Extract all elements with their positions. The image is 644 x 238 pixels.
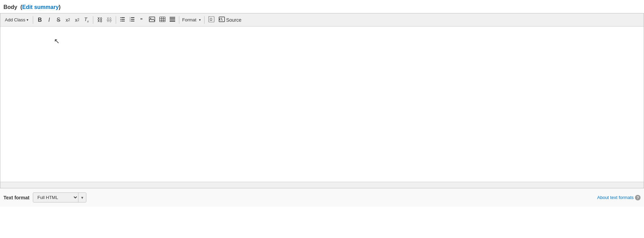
text-format-select-wrapper: Full HTML Filtered HTML Plain text ▾	[33, 192, 86, 202]
add-class-arrow-icon: ▾	[27, 18, 28, 22]
blockquote-icon: "	[140, 17, 143, 23]
editor-textarea[interactable]	[0, 27, 644, 182]
format-buttons-group: B I S x2 x2 Tx	[35, 16, 91, 24]
format-dropdown-arrow-icon[interactable]: ▾	[198, 17, 202, 22]
special-char-icon: Ω	[208, 16, 215, 23]
unlink-icon: ⛓	[106, 17, 112, 23]
subscript-button[interactable]: x2	[73, 16, 82, 24]
format-dropdown-label: Format	[181, 17, 197, 22]
body-text: Body	[3, 4, 17, 10]
svg-rect-2	[120, 19, 121, 20]
unlink-button[interactable]: ⛓	[105, 16, 114, 24]
editor-page: Body (Edit summary) Add Class ▾ B I S	[0, 0, 644, 207]
svg-rect-22	[170, 21, 175, 22]
blockquote-button[interactable]: "	[137, 16, 146, 24]
table-icon	[159, 17, 165, 23]
italic-button[interactable]: I	[45, 16, 54, 24]
editor-footer-bar	[0, 182, 644, 188]
text-format-arrow-icon[interactable]: ▾	[78, 193, 86, 202]
text-format-left: Text format Full HTML Filtered HTML Plai…	[3, 192, 86, 202]
divider-1	[33, 16, 33, 24]
svg-rect-14	[160, 17, 165, 22]
svg-rect-3	[121, 19, 125, 20]
numbered-list-button[interactable]: 1 2 3	[127, 16, 136, 24]
divider-5	[204, 16, 205, 24]
svg-rect-1	[121, 17, 125, 18]
add-class-label: Add Class	[5, 17, 25, 22]
link-button[interactable]: ⛓	[95, 16, 104, 24]
svg-rect-0	[120, 17, 121, 18]
svg-rect-20	[170, 18, 175, 19]
bullet-list-icon	[120, 17, 125, 23]
svg-rect-4	[120, 21, 121, 21]
edit-summary-link[interactable]: Edit summary	[22, 4, 59, 10]
image-button[interactable]	[147, 16, 157, 24]
editor-body-area[interactable]: ↖	[0, 27, 644, 182]
special-char-button[interactable]: Ω	[207, 16, 216, 24]
source-button[interactable]: Source	[217, 16, 243, 24]
svg-rect-7	[131, 17, 134, 18]
divider-4	[179, 16, 179, 24]
text-format-label: Text format	[3, 195, 29, 200]
subscript-x: x	[75, 17, 77, 23]
about-text-formats-link[interactable]: About text formats ?	[597, 195, 641, 200]
link-buttons-group: ⛓ ⛓	[95, 16, 114, 24]
bold-button[interactable]: B	[35, 16, 44, 24]
divider-2	[93, 16, 93, 24]
add-class-button[interactable]: Add Class ▾	[2, 16, 31, 24]
about-text-formats-label: About text formats	[597, 195, 634, 200]
justify-button[interactable]	[168, 16, 177, 24]
svg-rect-11	[131, 21, 134, 21]
text-format-row: Text format Full HTML Filtered HTML Plai…	[0, 188, 644, 207]
superscript-2: 2	[68, 18, 70, 22]
divider-3	[116, 16, 116, 24]
format-dropdown-group: Format ▾	[181, 17, 202, 22]
svg-text:Ω: Ω	[210, 18, 212, 21]
source-icon	[219, 17, 225, 23]
svg-text:3: 3	[130, 20, 131, 22]
table-button[interactable]	[158, 16, 167, 24]
toolbar: Add Class ▾ B I S x2 x2	[0, 13, 644, 27]
editor-container: Add Class ▾ B I S x2 x2	[0, 13, 644, 188]
svg-rect-12	[149, 17, 155, 22]
justify-icon	[170, 17, 175, 23]
superscript-x: x	[66, 17, 68, 23]
remove-format-label: Tx	[84, 17, 89, 23]
body-label: Body (Edit summary)	[0, 4, 644, 13]
add-class-group: Add Class ▾	[2, 16, 31, 24]
superscript-button[interactable]: x2	[63, 16, 72, 24]
help-icon: ?	[635, 195, 641, 200]
remove-format-button[interactable]: Tx	[82, 16, 91, 24]
numbered-list-icon: 1 2 3	[129, 17, 135, 23]
svg-rect-9	[131, 19, 134, 20]
strikethrough-button[interactable]: S	[54, 16, 63, 24]
image-icon	[149, 17, 155, 23]
list-buttons-group: 1 2 3 "	[118, 16, 146, 24]
link-icon: ⛓	[97, 17, 103, 23]
text-format-select[interactable]: Full HTML Filtered HTML Plain text	[33, 193, 78, 202]
svg-rect-19	[170, 17, 175, 18]
subscript-2: 2	[77, 18, 79, 22]
svg-rect-5	[121, 21, 125, 21]
bullet-list-button[interactable]	[118, 16, 127, 24]
svg-rect-21	[170, 20, 175, 20]
source-label: Source	[226, 17, 241, 23]
